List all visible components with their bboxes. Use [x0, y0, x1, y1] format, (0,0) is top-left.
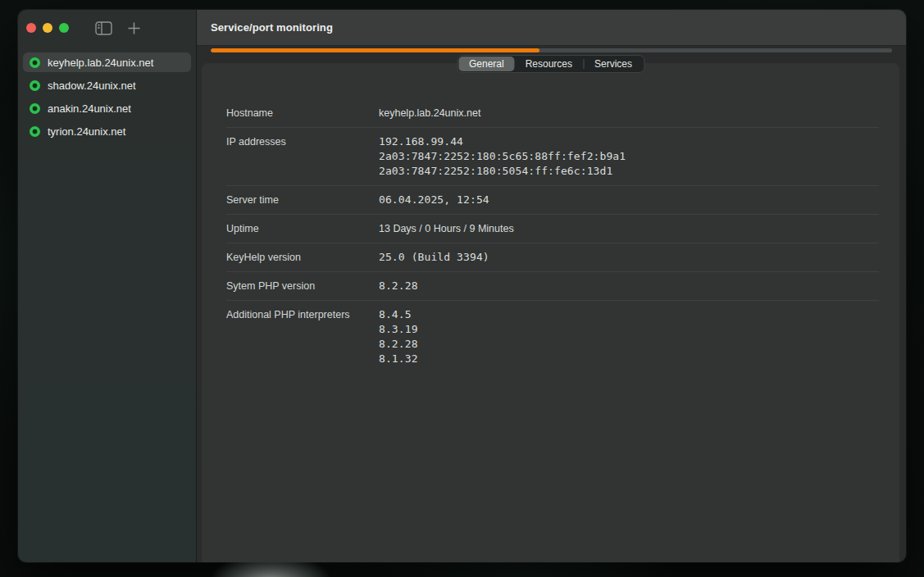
row-label: Uptime [226, 221, 379, 236]
sidebar-toggle-icon [95, 21, 112, 35]
sidebar: keyhelp.lab.24unix.net shadow.24unix.net… [18, 10, 197, 562]
row-label: Server time [226, 193, 379, 207]
sidebar-item-shadow[interactable]: shadow.24unix.net [23, 75, 191, 95]
details-table: Hostname keyhelp.lab.24unix.net IP addre… [202, 63, 899, 373]
zoom-button[interactable] [59, 23, 69, 33]
server-name-label: keyhelp.lab.24unix.net [48, 57, 153, 69]
progress-track [211, 48, 892, 52]
desktop-wallpaper: keyhelp.lab.24unix.net shadow.24unix.net… [0, 0, 924, 577]
row-value: 13 Days / 0 Hours / 9 Minutes [379, 221, 514, 236]
row-value: 2a03:7847:2252:180:5054:ff:fe6c:13d1 [379, 164, 626, 179]
add-server-button[interactable] [125, 20, 143, 37]
add-icon [127, 21, 141, 35]
progress-fill [211, 48, 539, 52]
sidebar-toolbar [18, 10, 196, 46]
table-row-hostname: Hostname keyhelp.lab.24unix.net [226, 99, 879, 128]
row-value: 8.3.19 [379, 322, 418, 337]
sidebar-item-anakin[interactable]: anakin.24unix.net [23, 98, 191, 118]
tab-services[interactable]: Services [584, 57, 643, 71]
minimize-button[interactable] [43, 23, 52, 33]
row-value: 06.04.2025, 12:54 [379, 193, 489, 207]
page-title: Service/port monitoring [211, 21, 333, 34]
status-dot-icon [30, 57, 40, 68]
tab-general[interactable]: General [458, 57, 515, 71]
status-dot-icon [30, 126, 40, 137]
row-value: 25.0 (Build 3394) [379, 250, 489, 265]
sidebar-item-keyhelp[interactable]: keyhelp.lab.24unix.net [23, 52, 191, 72]
row-label: Additional PHP interpreters [226, 307, 379, 366]
row-label: Sytem PHP version [226, 279, 379, 293]
status-dot-icon [30, 103, 40, 114]
main-panel: Service/port monitoring General Resource… [197, 10, 906, 562]
server-name-label: anakin.24unix.net [48, 102, 131, 115]
sidebar-item-tyrion[interactable]: tyrion.24unix.net [23, 121, 191, 141]
table-row-server-time: Server time 06.04.2025, 12:54 [226, 186, 879, 215]
table-row-system-php-version: Sytem PHP version 8.2.28 [226, 272, 879, 301]
row-label: KeyHelp version [226, 250, 379, 265]
toggle-sidebar-button[interactable] [93, 20, 114, 37]
tab-resources[interactable]: Resources [515, 57, 583, 71]
table-row-keyhelp-version: KeyHelp version 25.0 (Build 3394) [226, 243, 879, 272]
server-name-label: tyrion.24unix.net [48, 125, 125, 138]
row-label: IP addresses [226, 134, 379, 179]
table-row-uptime: Uptime 13 Days / 0 Hours / 9 Minutes [226, 215, 879, 243]
row-value: 192.168.99.44 [379, 134, 626, 149]
row-value: keyhelp.lab.24unix.net [379, 106, 480, 120]
row-value: 8.4.5 [379, 307, 418, 322]
close-button[interactable] [26, 23, 36, 33]
row-label: Hostname [226, 106, 379, 120]
table-row-additional-php: Additional PHP interpreters 8.4.5 8.3.19… [226, 301, 879, 373]
server-list: keyhelp.lab.24unix.net shadow.24unix.net… [18, 46, 196, 148]
content-card: General Resources Services Hostname keyh… [202, 63, 899, 562]
server-name-label: shadow.24unix.net [48, 80, 136, 92]
app-window: keyhelp.lab.24unix.net shadow.24unix.net… [18, 10, 906, 562]
row-value: 8.2.28 [379, 279, 418, 293]
row-value: 8.1.32 [379, 352, 418, 366]
tab-bar: General Resources Services [457, 55, 644, 73]
row-value: 2a03:7847:2252:180:5c65:88ff:fef2:b9a1 [379, 149, 626, 164]
titlebar: Service/port monitoring [197, 10, 906, 46]
row-value: 8.2.28 [379, 337, 418, 352]
status-dot-icon [30, 80, 40, 91]
table-row-ip-addresses: IP addresses 192.168.99.44 2a03:7847:225… [226, 128, 879, 186]
